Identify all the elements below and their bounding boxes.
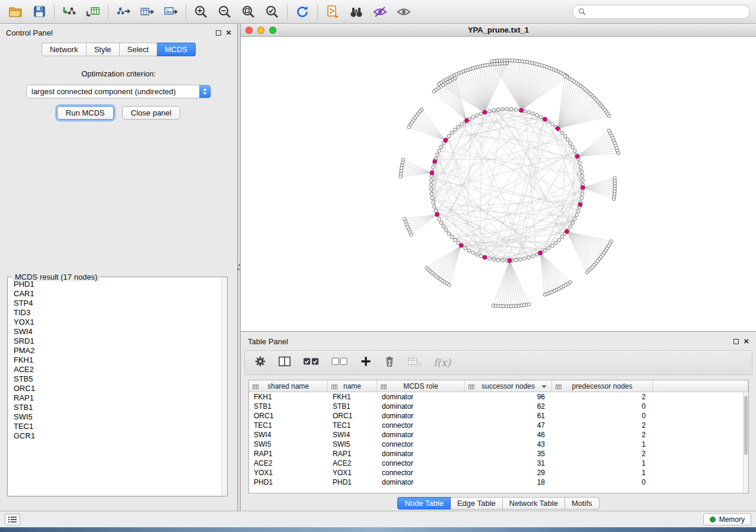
cell-shared-name[interactable]: SWI4 bbox=[249, 430, 328, 440]
mcds-result-item[interactable]: SRD1 bbox=[9, 336, 221, 346]
table-row[interactable]: ACE2ACE2connector311 bbox=[249, 459, 743, 468]
cell-successor-nodes[interactable]: 46 bbox=[465, 430, 552, 440]
zoom-in-button[interactable] bbox=[192, 3, 210, 21]
cell-predecessor-nodes[interactable]: 2 bbox=[552, 449, 653, 459]
table-row[interactable]: STB1STB1dominator620 bbox=[249, 402, 743, 411]
column-header-successor-nodes[interactable]: successor nodes bbox=[465, 380, 552, 392]
search-input[interactable] bbox=[589, 8, 744, 16]
cell-mcds-role[interactable]: dominator bbox=[377, 449, 465, 459]
tab-network-table[interactable]: Network Table bbox=[503, 497, 565, 509]
close-panel-button[interactable]: Close panel bbox=[122, 106, 181, 120]
mcds-result-item[interactable]: ACE2 bbox=[9, 365, 221, 374]
add-column-button[interactable] bbox=[360, 355, 372, 370]
table-row[interactable]: YOX1YOX1connector291 bbox=[249, 468, 743, 477]
cell-shared-name[interactable]: YOX1 bbox=[249, 468, 328, 477]
column-header-name[interactable]: name bbox=[328, 380, 377, 392]
memory-button[interactable]: Memory bbox=[703, 513, 751, 525]
cell-mcds-role[interactable]: connector bbox=[377, 440, 465, 449]
cell-name[interactable]: YOX1 bbox=[328, 468, 377, 477]
close-panel-icon[interactable]: × bbox=[226, 30, 231, 36]
cell-mcds-role[interactable]: connector bbox=[377, 421, 465, 430]
cell-shared-name[interactable]: FKH1 bbox=[249, 392, 328, 402]
mcds-result-item[interactable]: CAR1 bbox=[9, 289, 221, 299]
tab-motifs[interactable]: Motifs bbox=[565, 497, 599, 509]
show-columns-button[interactable] bbox=[278, 355, 291, 370]
mcds-result-item[interactable]: FKH1 bbox=[9, 355, 221, 365]
cell-mcds-role[interactable]: dominator bbox=[377, 402, 465, 411]
table-row[interactable]: SWI5SWI5connector431 bbox=[249, 440, 743, 449]
search-field[interactable] bbox=[572, 5, 750, 19]
mcds-result-item[interactable]: TEC1 bbox=[9, 422, 221, 431]
cell-name[interactable]: RAP1 bbox=[328, 449, 377, 459]
select-all-columns-button[interactable] bbox=[303, 355, 320, 370]
cell-shared-name[interactable]: TEC1 bbox=[249, 421, 328, 430]
close-table-panel-icon[interactable]: × bbox=[744, 338, 749, 344]
cell-mcds-role[interactable]: dominator bbox=[377, 411, 465, 421]
deselect-all-columns-button[interactable] bbox=[331, 355, 348, 370]
cell-name[interactable]: SWI4 bbox=[328, 430, 377, 440]
cell-name[interactable]: ORC1 bbox=[328, 411, 377, 421]
show-panels-button[interactable] bbox=[5, 514, 20, 525]
open-file-button[interactable] bbox=[6, 3, 25, 21]
mcds-result-item[interactable]: SWI5 bbox=[9, 412, 221, 422]
table-row[interactable]: PHD1PHD1dominator180 bbox=[249, 477, 743, 487]
cell-name[interactable]: STB1 bbox=[328, 402, 377, 411]
zoom-fit-button[interactable] bbox=[239, 3, 258, 21]
cell-successor-nodes[interactable]: 35 bbox=[465, 449, 552, 459]
cell-name[interactable]: SWI5 bbox=[328, 440, 377, 449]
cell-name[interactable]: TEC1 bbox=[328, 421, 377, 430]
mcds-result-item[interactable]: RAP1 bbox=[9, 393, 221, 403]
cell-shared-name[interactable]: PHD1 bbox=[249, 477, 328, 487]
cell-successor-nodes[interactable]: 96 bbox=[465, 392, 552, 402]
mcds-result-item[interactable]: TID3 bbox=[9, 308, 221, 318]
save-session-button[interactable] bbox=[30, 3, 49, 21]
table-row[interactable]: ORC1ORC1dominator610 bbox=[249, 411, 743, 421]
result-list-scrollbar[interactable] bbox=[221, 277, 227, 496]
cell-predecessor-nodes[interactable]: 1 bbox=[552, 440, 653, 449]
cell-successor-nodes[interactable]: 18 bbox=[465, 477, 552, 487]
import-network-button[interactable] bbox=[60, 3, 79, 21]
cell-predecessor-nodes[interactable]: 0 bbox=[552, 411, 653, 421]
cell-shared-name[interactable]: ORC1 bbox=[249, 411, 328, 421]
delete-table-button[interactable] bbox=[407, 355, 422, 370]
tab-network[interactable]: Network bbox=[42, 43, 87, 56]
float-table-panel-icon[interactable] bbox=[733, 339, 739, 344]
mcds-result-item[interactable]: STP4 bbox=[9, 299, 221, 308]
table-scrollbar-thumb[interactable] bbox=[744, 396, 748, 455]
cell-predecessor-nodes[interactable]: 0 bbox=[552, 402, 653, 411]
mcds-result-item[interactable]: YOX1 bbox=[9, 318, 221, 327]
cell-mcds-role[interactable]: dominator bbox=[377, 477, 465, 487]
cell-shared-name[interactable]: RAP1 bbox=[249, 449, 328, 459]
share-document-button[interactable] bbox=[323, 3, 342, 21]
mcds-result-item[interactable]: SWI4 bbox=[9, 327, 221, 336]
column-header-mcds-role[interactable]: MCDS role bbox=[377, 380, 465, 392]
tab-style[interactable]: Style bbox=[87, 43, 120, 56]
cell-predecessor-nodes[interactable]: 2 bbox=[552, 430, 653, 440]
cell-successor-nodes[interactable]: 43 bbox=[465, 440, 552, 449]
mcds-result-item[interactable]: STB1 bbox=[9, 403, 221, 412]
cell-successor-nodes[interactable]: 29 bbox=[465, 468, 552, 477]
tab-edge-table[interactable]: Edge Table bbox=[451, 497, 503, 509]
cell-name[interactable]: ACE2 bbox=[328, 459, 377, 468]
refresh-button[interactable] bbox=[293, 3, 312, 21]
tab-mcds[interactable]: MCDS bbox=[157, 43, 196, 56]
cell-successor-nodes[interactable]: 62 bbox=[465, 402, 552, 411]
export-network-button[interactable] bbox=[114, 3, 133, 21]
cell-predecessor-nodes[interactable]: 2 bbox=[552, 421, 653, 430]
cell-predecessor-nodes[interactable]: 1 bbox=[552, 459, 653, 468]
cell-successor-nodes[interactable]: 61 bbox=[465, 411, 552, 421]
table-settings-button[interactable] bbox=[254, 355, 266, 370]
optimization-criterion-select[interactable]: largest connected component (undirected) bbox=[26, 85, 211, 98]
tab-select[interactable]: Select bbox=[120, 43, 157, 56]
float-panel-icon[interactable] bbox=[216, 30, 221, 36]
export-image-button[interactable] bbox=[161, 3, 180, 21]
find-button[interactable] bbox=[347, 3, 366, 21]
hide-elements-button[interactable] bbox=[371, 3, 390, 21]
function-builder-button[interactable]: f(x) bbox=[433, 357, 451, 368]
import-table-button[interactable] bbox=[84, 3, 103, 21]
cell-shared-name[interactable]: SWI5 bbox=[249, 440, 328, 449]
cell-shared-name[interactable]: ACE2 bbox=[249, 459, 328, 468]
cell-name[interactable]: PHD1 bbox=[328, 477, 377, 487]
mcds-result-item[interactable]: PHD1 bbox=[9, 280, 221, 289]
delete-column-button[interactable] bbox=[384, 355, 395, 370]
